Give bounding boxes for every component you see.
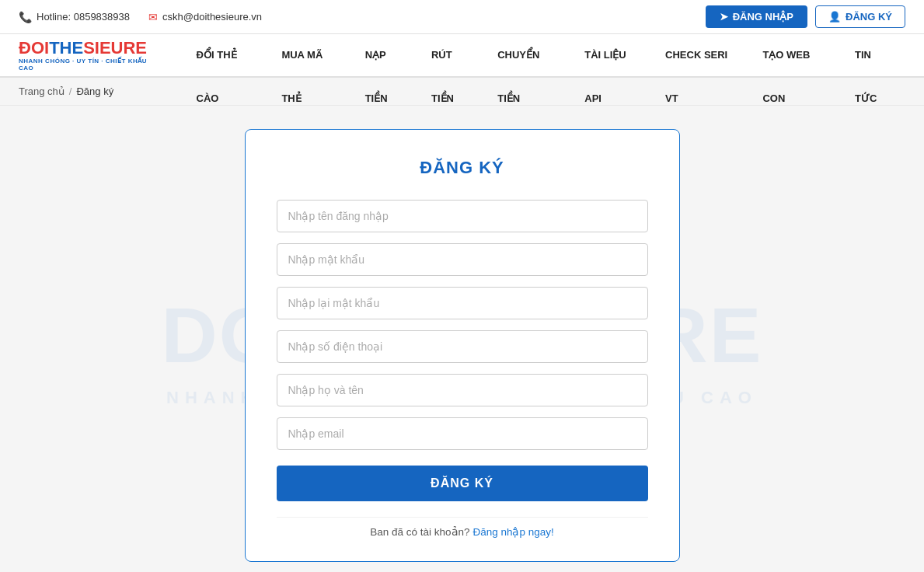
email-label: cskh@doithesieure.vn [162,11,262,23]
logo-doi: ĐOI [19,38,49,58]
hotline-item: 📞 Hotline: 0859838938 [19,11,130,23]
form-footer: Ban đã có tài khoản? Đăng nhập ngay! [277,517,648,538]
email-input[interactable] [277,417,648,450]
logo-the: THE [49,38,83,58]
nav-item-tao-web-con[interactable]: TẠO WEB CON [751,33,844,77]
nav-item-chuyen-tien[interactable]: CHUYỂN TIỀN [486,33,574,77]
breadcrumb-sep: / [69,85,72,97]
breadcrumb-home[interactable]: Trang chủ [19,85,65,97]
breadcrumb: Trang chủ / Đăng ký [0,78,924,106]
email-item: ✉ cskh@doithesieure.vn [148,11,262,23]
password-input[interactable] [277,243,648,276]
confirm-password-input[interactable] [277,287,648,319]
nav-link-tai-lieu-api[interactable]: TÀI LIỆU API [574,33,654,77]
nav-item-rut-tien[interactable]: RÚT TIỀN [420,33,486,77]
nav-menu: ĐỔI THẺ CÀO MUA MÃ THẺ NẠP TIỀN RÚT TIỀN… [186,33,905,77]
login-btn-label: ĐĂNG NHẬP [733,11,793,23]
username-field-group [277,200,648,232]
page-content: DOITHESIEURE NHANH CHÓNG · UY TÍN · CHIẾ… [0,106,924,572]
nav-item-mua-ma-the[interactable]: MUA MÃ THẺ [270,33,354,77]
login-arrow-icon: ➤ [720,11,728,23]
nav-link-mua-ma-the[interactable]: MUA MÃ THẺ [270,33,354,77]
login-link[interactable]: Đăng nhập ngay! [472,526,553,538]
submit-register-button[interactable]: ĐĂNG KÝ [277,466,648,501]
logo-text: ĐOITHESIEURE [19,39,161,58]
breadcrumb-current: Đăng ký [76,85,113,97]
footer-text: Ban đã có tài khoản? [370,526,469,538]
nav-item-check-seri-vt[interactable]: CHECK SERI VT [654,33,751,77]
register-top-icon: 👤 [828,11,841,23]
phone-input[interactable] [277,330,648,363]
topbar: 📞 Hotline: 0859838938 ✉ cskh@doithesieur… [0,0,924,34]
topbar-right: ➤ ĐĂNG NHẬP 👤 ĐĂNG KÝ [706,5,905,28]
hotline-label: Hotline: 0859838938 [37,11,130,23]
password-field-group [277,243,648,276]
username-input[interactable] [277,200,648,232]
nav-item-tai-lieu-api[interactable]: TÀI LIỆU API [574,33,654,77]
nav-link-doi-the-cao[interactable]: ĐỔI THẺ CÀO [186,33,271,77]
logo[interactable]: ĐOITHESIEURE NHANH CHÓNG · UY TÍN · CHIẾ… [19,39,161,72]
register-form-card: ĐĂNG KÝ ĐĂNG KÝ Ban đã có tài khoản? Đăn… [245,129,680,562]
register-top-label: ĐĂNG KÝ [846,11,892,23]
confirm-password-field-group [277,287,648,319]
nav-item-doi-the-cao[interactable]: ĐỔI THẺ CÀO [186,33,271,77]
form-title: ĐĂNG KÝ [277,158,648,178]
nav-link-rut-tien[interactable]: RÚT TIỀN [420,33,486,77]
submit-register-label: ĐĂNG KÝ [431,476,493,490]
nav-link-nap-tien[interactable]: NẠP TIỀN [354,33,420,77]
logo-sieure: SIEURE [83,38,147,58]
phone-field-group [277,330,648,363]
fullname-field-group [277,374,648,406]
nav-item-tin-tuc[interactable]: TIN TỨC [844,33,905,77]
nav-item-nap-tien[interactable]: NẠP TIỀN [354,33,420,77]
fullname-input[interactable] [277,374,648,406]
logo-sub: NHANH CHÓNG · UY TÍN · CHIẾT KHẤU CAO [19,58,161,72]
navbar: ĐOITHESIEURE NHANH CHÓNG · UY TÍN · CHIẾ… [0,34,924,78]
nav-link-chuyen-tien[interactable]: CHUYỂN TIỀN [486,33,574,77]
topbar-left: 📞 Hotline: 0859838938 ✉ cskh@doithesieur… [19,11,262,23]
register-top-button[interactable]: 👤 ĐĂNG KÝ [815,5,905,28]
nav-link-check-seri-vt[interactable]: CHECK SERI VT [654,33,751,77]
nav-link-tao-web-con[interactable]: TẠO WEB CON [751,33,844,77]
nav-link-tin-tuc[interactable]: TIN TỨC [844,33,905,77]
email-field-group [277,417,648,450]
phone-icon: 📞 [19,11,32,23]
email-icon: ✉ [148,11,158,23]
login-button[interactable]: ➤ ĐĂNG NHẬP [706,5,807,28]
